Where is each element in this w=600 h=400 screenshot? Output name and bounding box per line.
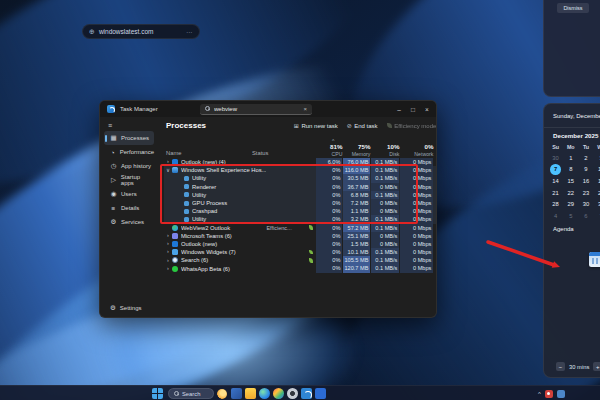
sidebar-item-performance[interactable]: ◔Performance: [104, 145, 154, 159]
calendar-day[interactable]: 28: [548, 198, 563, 210]
process-row[interactable]: ›Outlook (new) (4)6.0%76.0 MB0.1 MB/s0 M…: [164, 158, 437, 166]
site-watermark: ⊕ windowslatest.com ⋯: [82, 24, 200, 39]
calendar-day[interactable]: 22: [563, 187, 578, 199]
calendar-day[interactable]: 10: [594, 164, 600, 176]
process-row[interactable]: ›Search (6)0%105.5 MB0.1 MB/s0 Mbps: [164, 256, 437, 264]
process-row[interactable]: ›Outlook (new)0%1.5 MB0 MB/s0 Mbps: [164, 240, 437, 248]
tray-app-icon[interactable]: [557, 390, 565, 398]
process-row[interactable]: GPU Process0%7.2 MB0 MB/s0 Mbps: [164, 199, 437, 207]
sidebar-item-settings[interactable]: ⚙ Settings: [104, 301, 154, 314]
calendar-day[interactable]: 2: [578, 152, 593, 164]
search-box[interactable]: ×: [200, 104, 312, 115]
efficiency-mode-button[interactable]: Efficiency mode: [387, 123, 437, 129]
calendar-day[interactable]: 8: [563, 164, 578, 176]
edge-icon[interactable]: [259, 388, 270, 399]
calendar-day[interactable]: 30: [548, 152, 563, 164]
dismiss-button[interactable]: Dismiss: [557, 3, 589, 13]
memory-column-header[interactable]: 75% Memory: [343, 139, 370, 157]
settings-icon[interactable]: [287, 388, 298, 399]
calendar-day[interactable]: 6: [578, 210, 593, 222]
network-value: 0 Mbps: [400, 158, 433, 166]
calendar-day[interactable]: 4: [548, 210, 563, 222]
sidebar-item-processes[interactable]: ▦Processes: [104, 131, 154, 145]
calendar-day[interactable]: 30: [578, 198, 593, 210]
calendar-day[interactable]: 15: [563, 175, 578, 187]
network-column-header[interactable]: 0% Network: [400, 139, 433, 157]
agenda-empty-calendar-icon: [589, 252, 600, 267]
menu-icon[interactable]: ≡: [104, 120, 154, 131]
network-value: 0 Mbps: [400, 264, 433, 272]
calendar-day[interactable]: 1: [563, 152, 578, 164]
process-row[interactable]: Utility0%3.2 MB0.1 MB/s0 Mbps: [164, 215, 437, 223]
process-row[interactable]: Utility0%30.5 MB0.1 MB/s0 Mbps: [164, 174, 437, 182]
calendar-day[interactable]: 24: [594, 187, 600, 199]
calendar-day[interactable]: 17: [594, 175, 600, 187]
process-row[interactable]: WebView2 OutlookEfficienc...0%57.2 MB0.1…: [164, 224, 437, 232]
minimize-button[interactable]: –: [392, 101, 406, 117]
sidebar-item-details[interactable]: ≡Details: [104, 201, 154, 215]
calendar-day[interactable]: 14: [548, 175, 563, 187]
calendar-day[interactable]: 31: [594, 198, 600, 210]
run-new-task-button[interactable]: ⊞ Run new task: [294, 122, 338, 129]
process-row[interactable]: ›WhatsApp Beta (6)0%120.7 MB0.1 MB/s0 Mb…: [164, 264, 437, 272]
process-row[interactable]: Crashpad0%1.1 MB0 MB/s0 Mbps: [164, 207, 437, 215]
task-manager-icon[interactable]: [301, 388, 312, 399]
start-button[interactable]: [152, 388, 163, 399]
tray-expand-chevron-icon[interactable]: ^: [538, 391, 541, 397]
decrease-duration-button[interactable]: −: [556, 362, 565, 371]
end-task-button[interactable]: ⊘ End task: [347, 122, 378, 129]
taskbar-search[interactable]: Search: [168, 388, 214, 399]
cpu-column-header[interactable]: ^ 81% CPU: [316, 139, 342, 157]
process-row[interactable]: ›Windows Widgets (7)0%10.1 MB0.1 MB/s0 M…: [164, 248, 437, 256]
calendar-day[interactable]: 9: [578, 164, 593, 176]
increase-duration-button[interactable]: +: [593, 362, 600, 371]
services-icon: ⚙: [110, 218, 117, 226]
memory-value: 57.2 MB: [343, 224, 370, 232]
disk-value: 0.1 MB/s: [371, 215, 399, 223]
calendar-day[interactable]: 16: [578, 175, 593, 187]
process-status: Efficienc...: [266, 225, 306, 231]
expand-icon[interactable]: ›: [164, 258, 172, 264]
sidebar-item-startup-apps[interactable]: ▷Startup apps: [104, 173, 154, 187]
weather-widget-icon[interactable]: [217, 389, 227, 399]
cpu-value: 0%: [316, 248, 342, 256]
sidebar-item-app-history[interactable]: ◷App history: [104, 159, 154, 173]
calendar-day[interactable]: 5: [563, 210, 578, 222]
name-column-header[interactable]: Name: [166, 150, 181, 156]
calendar-day[interactable]: 29: [563, 198, 578, 210]
expand-icon[interactable]: ›: [164, 233, 172, 239]
expand-icon[interactable]: ›: [164, 249, 172, 255]
store-icon[interactable]: [315, 388, 326, 399]
search-input[interactable]: [214, 106, 298, 112]
disk-column-header[interactable]: 10% Disk: [371, 139, 399, 157]
expand-icon[interactable]: ›: [164, 159, 172, 165]
child-icon: [184, 209, 189, 214]
process-name: Windows Widgets (7): [181, 249, 266, 255]
process-row[interactable]: ›Microsoft Teams (6)0%25.1 MB0 MB/s0 Mbp…: [164, 232, 437, 240]
file-explorer-icon[interactable]: [245, 388, 256, 399]
maximize-button[interactable]: □: [406, 101, 420, 117]
cpu-value: 0%: [316, 240, 342, 248]
calendar-day[interactable]: 21: [548, 187, 563, 199]
calendar-day[interactable]: 23: [578, 187, 593, 199]
calendar-day[interactable]: 3: [594, 152, 600, 164]
clear-search-icon[interactable]: ×: [303, 106, 307, 112]
efficiency-slot: [306, 250, 315, 255]
process-row[interactable]: ∨Windows Shell Experience Hos...0%116.0 …: [164, 166, 437, 174]
process-row[interactable]: Renderer0%36.7 MB0 MB/s0 Mbps: [164, 183, 437, 191]
sidebar-item-users[interactable]: ◉Users: [104, 187, 154, 201]
collapse-icon[interactable]: ∨: [164, 168, 172, 174]
close-button[interactable]: ×: [420, 101, 434, 117]
sidebar-item-services[interactable]: ⚙Services: [104, 215, 154, 229]
agenda-header[interactable]: Agenda: [553, 226, 574, 232]
calendar-day[interactable]: 7: [594, 210, 600, 222]
expand-icon[interactable]: ›: [164, 241, 172, 247]
status-column-header[interactable]: Status: [252, 150, 268, 156]
startup-apps-icon: ▷: [110, 176, 117, 184]
recording-indicator-icon[interactable]: [545, 390, 553, 398]
task-view-icon[interactable]: [231, 388, 242, 399]
expand-icon[interactable]: ›: [164, 266, 172, 272]
photos-icon[interactable]: [273, 388, 284, 399]
process-row[interactable]: Utility0%6.8 MB0.1 MB/s0 Mbps: [164, 191, 437, 199]
calendar-day-selected[interactable]: 7: [548, 164, 563, 176]
